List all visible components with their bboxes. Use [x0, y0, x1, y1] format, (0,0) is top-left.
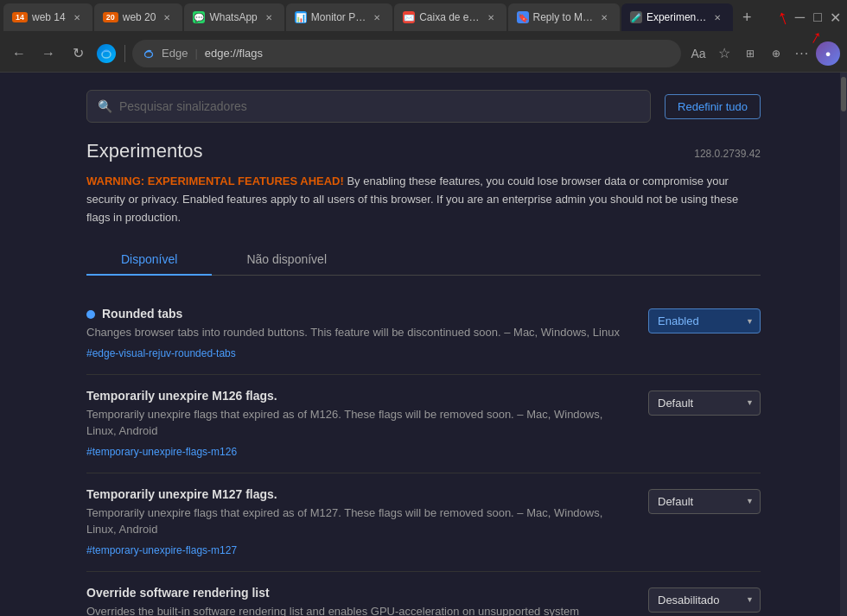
flag-content-unexpire-m126: Temporarily unexpire M126 flags. Tempora… — [86, 389, 634, 459]
tab-experiments[interactable]: 🧪 Experimen… ✕ — [621, 3, 733, 31]
refresh-button[interactable]: ↻ — [66, 41, 90, 66]
search-icon: 🔍 — [98, 99, 112, 113]
annotation-arrow-newtab: ↑ — [774, 4, 793, 30]
flag-link-unexpire-m126[interactable]: #temporary-unexpire-flags-m126 — [86, 446, 237, 458]
tab-monitor[interactable]: 📊 Monitor P… ✕ — [286, 3, 392, 31]
tab-label-monitor: Monitor P… — [311, 11, 366, 23]
browser-frame: 14 web 14 ✕ 20 web 20 ✕ 💬 WhatsApp ✕ 📊 M… — [0, 0, 847, 616]
flag-link-unexpire-m127[interactable]: #temporary-unexpire-flags-m127 — [86, 544, 237, 556]
close-button[interactable]: ✕ — [827, 5, 844, 29]
address-separator: | — [194, 47, 197, 60]
minimize-button[interactable]: ─ — [792, 5, 808, 29]
split-screen-icon: ⊞ — [746, 48, 755, 60]
nav-bar: ← → ↻ Edge | edge://flags Aa — [0, 35, 847, 73]
new-tab-button[interactable]: + — [735, 5, 759, 29]
read-aloud-button[interactable]: Aa — [686, 41, 710, 66]
flag-title-unexpire-m126: Temporarily unexpire M126 flags. — [86, 389, 277, 403]
more-button[interactable]: ··· ↑ — [790, 41, 814, 66]
search-input[interactable]: Pesquisar sinalizadores — [119, 99, 247, 113]
tab-favicon-reply: 🔖 — [517, 11, 529, 23]
search-row: 🔍 Pesquisar sinalizadores Redefinir tudo — [86, 90, 761, 123]
flag-title-row-m126: Temporarily unexpire M126 flags. — [86, 389, 634, 403]
tab-bar: 14 web 14 ✕ 20 web 20 ✕ 💬 WhatsApp ✕ 📊 M… — [0, 0, 847, 35]
tab-label-caixa: Caixa de e… — [419, 11, 479, 23]
address-text: edge://flags — [205, 47, 671, 60]
tab-close-experiments[interactable]: ✕ — [710, 10, 724, 24]
profile-button[interactable]: ● — [816, 41, 840, 66]
tab-close-web20[interactable]: ✕ — [160, 10, 174, 24]
flag-desc-unexpire-m127: Temporarily unexpire flags that expired … — [86, 505, 634, 538]
edge-logo — [97, 44, 116, 63]
flag-desc-software-rendering: Overrides the built-in software renderin… — [86, 603, 634, 616]
brand-label: Edge — [162, 47, 188, 60]
tab-whatsapp[interactable]: 💬 WhatsApp ✕ — [184, 3, 283, 31]
scrollbar-thumb[interactable] — [841, 77, 846, 111]
tab-label-web14: web 14 — [32, 11, 66, 23]
tab-close-monitor[interactable]: ✕ — [370, 10, 384, 24]
tab-reply[interactable]: 🔖 Reply to M… ✕ — [508, 3, 620, 31]
tab-favicon-monitor: 📊 — [295, 11, 307, 23]
tab-label-web20: web 20 — [123, 11, 156, 23]
flag-link-rounded-tabs[interactable]: #edge-visual-rejuv-rounded-tabs — [86, 347, 236, 359]
select-wrapper-software-rendering: Desabilitado Default Enabled — [648, 587, 761, 613]
collections-icon: ⊕ — [772, 48, 780, 60]
edge-address-icon — [143, 48, 155, 60]
flag-select-software-rendering[interactable]: Desabilitado Default Enabled — [648, 587, 761, 613]
forward-button[interactable]: → — [36, 41, 60, 66]
flag-select-rounded-tabs[interactable]: Enabled Default Disabled — [648, 308, 761, 333]
tab-favicon-whatsapp: 💬 — [193, 11, 205, 23]
page-title: Experimentos — [86, 140, 203, 162]
tab-favicon-experiments: 🧪 — [630, 11, 642, 23]
address-bar[interactable]: Edge | edge://flags — [132, 40, 681, 67]
tab-label-experiments: Experimen… — [646, 11, 706, 23]
tab-close-caixa[interactable]: ✕ — [484, 10, 498, 24]
flag-select-unexpire-m127[interactable]: Default Enabled Disabled — [648, 489, 761, 514]
more-icon: ··· — [795, 46, 809, 61]
tab-close-web14[interactable]: ✕ — [70, 10, 84, 24]
page-title-row: Experimentos 128.0.2739.42 — [86, 140, 761, 162]
warning-box: WARNING: EXPERIMENTAL FEATURES AHEAD! By… — [86, 173, 761, 226]
favorites-button[interactable]: ☆ — [712, 41, 736, 66]
collections-button[interactable]: ⊕ — [764, 41, 788, 66]
warning-prefix: WARNING: EXPERIMENTAL FEATURES AHEAD! — [86, 175, 344, 187]
flag-content-unexpire-m127: Temporarily unexpire M127 flags. Tempora… — [86, 487, 634, 557]
flag-item-unexpire-m127: Temporarily unexpire M127 flags. Tempora… — [86, 473, 761, 572]
tab-web20[interactable]: 20 web 20 ✕ — [94, 3, 183, 31]
tab-close-whatsapp[interactable]: ✕ — [262, 10, 276, 24]
flags-container: 🔍 Pesquisar sinalizadores Redefinir tudo… — [52, 73, 795, 616]
tab-badge-web20: 20 — [103, 12, 118, 22]
search-box[interactable]: 🔍 Pesquisar sinalizadores — [86, 90, 651, 123]
flag-title-row: Rounded tabs — [86, 307, 634, 321]
back-button[interactable]: ← — [7, 41, 31, 66]
flag-control-unexpire-m127: Default Enabled Disabled — [648, 487, 761, 514]
flag-control-unexpire-m126: Default Enabled Disabled — [648, 389, 761, 416]
select-wrapper-unexpire-m126: Default Enabled Disabled — [648, 391, 761, 416]
flag-title-row-software: Override software rendering list — [86, 586, 634, 600]
forward-icon: → — [41, 46, 55, 61]
edge-icon — [100, 48, 112, 60]
content-tabs: Disponível Não disponível — [86, 244, 761, 276]
flag-desc-rounded-tabs: Changes browser tabs into rounded button… — [86, 324, 634, 341]
flag-select-unexpire-m126[interactable]: Default Enabled Disabled — [648, 391, 761, 416]
tab-favicon-caixa: ✉️ — [403, 11, 415, 23]
tab-unavailable[interactable]: Não disponível — [212, 244, 361, 275]
select-wrapper-rounded-tabs: Enabled Default Disabled — [648, 308, 761, 333]
page-content: 🔍 Pesquisar sinalizadores Redefinir tudo… — [0, 73, 847, 616]
tab-close-reply[interactable]: ✕ — [597, 10, 611, 24]
flag-active-dot — [86, 310, 95, 319]
scrollbar-track[interactable] — [840, 73, 847, 616]
flag-control-software-rendering: Desabilitado Default Enabled — [648, 586, 761, 613]
tab-available[interactable]: Disponível — [86, 244, 212, 275]
profile-icon: ● — [825, 48, 831, 59]
flag-item-software-rendering: Override software rendering list Overrid… — [86, 572, 761, 616]
read-aloud-icon: Aa — [691, 47, 705, 60]
reset-all-button[interactable]: Redefinir tudo — [665, 94, 761, 119]
tab-caixa[interactable]: ✉️ Caixa de e… ✕ — [394, 3, 506, 31]
version-text: 128.0.2739.42 — [694, 148, 761, 160]
split-screen-button[interactable]: ⊞ — [738, 41, 762, 66]
back-icon: ← — [12, 46, 26, 61]
tab-web14[interactable]: 14 web 14 ✕ — [3, 3, 92, 31]
flag-content-rounded-tabs: Rounded tabs Changes browser tabs into r… — [86, 307, 634, 360]
flag-item-unexpire-m126: Temporarily unexpire M126 flags. Tempora… — [86, 375, 761, 473]
flag-title-software-rendering: Override software rendering list — [86, 586, 270, 600]
